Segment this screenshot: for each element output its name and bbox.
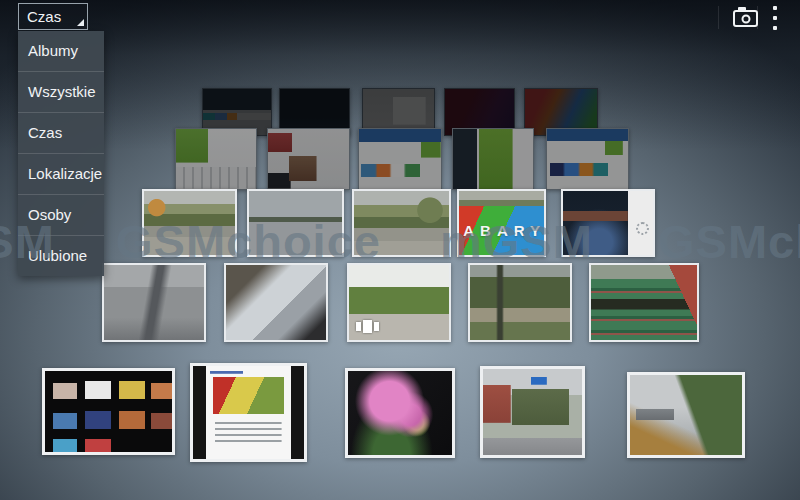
menu-item-czas[interactable]: Czas (18, 112, 104, 153)
thumb-photo-pylon[interactable] (102, 263, 206, 342)
photo-timeline: ABARY (0, 0, 800, 500)
thumb-screenshot-news[interactable] (267, 128, 350, 190)
menu-item-osoby[interactable]: Osoby (18, 194, 104, 235)
thumb-screenshot-city-loading[interactable] (561, 189, 655, 257)
thumb-screenshot-calendar[interactable] (452, 128, 534, 190)
overflow-dot-icon (773, 26, 777, 30)
thumb-photo-painted-bench[interactable] (589, 263, 699, 342)
thumb-photo-park-steps[interactable] (142, 189, 237, 257)
menu-item-lokalizacje[interactable]: Lokalizacje (18, 153, 104, 194)
overflow-dot-icon (773, 16, 777, 20)
thumb-screenshot-video-grid[interactable] (42, 368, 175, 455)
photo-text: ABARY (463, 222, 546, 239)
menu-item-ulubione[interactable]: Ulubione (18, 235, 104, 276)
overflow-dot-icon (773, 6, 777, 10)
view-mode-menu: Albumy Wszystkie Czas Lokalizacje Osoby … (18, 31, 104, 276)
panorama-icon (356, 320, 379, 333)
topbar-divider (718, 6, 719, 29)
camera-lens-icon (741, 14, 750, 23)
menu-item-wszystkie[interactable]: Wszystkie (18, 71, 104, 112)
thumb-photo-color-containers[interactable]: ABARY (457, 189, 546, 257)
spinner-corner-icon (77, 19, 84, 26)
thumb-photo-sleeping-child[interactable] (224, 263, 328, 342)
thumb-screenshot-article-bottles[interactable] (190, 363, 307, 462)
camera-button[interactable] (731, 7, 761, 29)
spinner-icon (636, 222, 649, 235)
thumb-photo-square-pavement[interactable] (247, 189, 344, 257)
view-mode-spinner[interactable]: Czas (18, 3, 88, 30)
thumb-screenshot-settings-keyboard[interactable] (175, 128, 257, 190)
overflow-menu-button[interactable] (769, 6, 781, 30)
menu-item-albumy[interactable]: Albumy (18, 31, 104, 71)
thumb-photo-park-panorama[interactable] (347, 263, 451, 342)
thumb-screenshot-store-page[interactable] (358, 128, 442, 190)
thumb-photo-autumn-street[interactable] (627, 372, 745, 458)
thumb-photo-street-sign[interactable] (480, 366, 585, 458)
thumb-photo-park-steps-2[interactable] (352, 189, 451, 257)
thumb-photo-orchid[interactable] (345, 368, 455, 458)
thumb-screenshot-store-page-2[interactable] (546, 128, 629, 190)
thumb-photo-park-path[interactable] (468, 263, 572, 342)
